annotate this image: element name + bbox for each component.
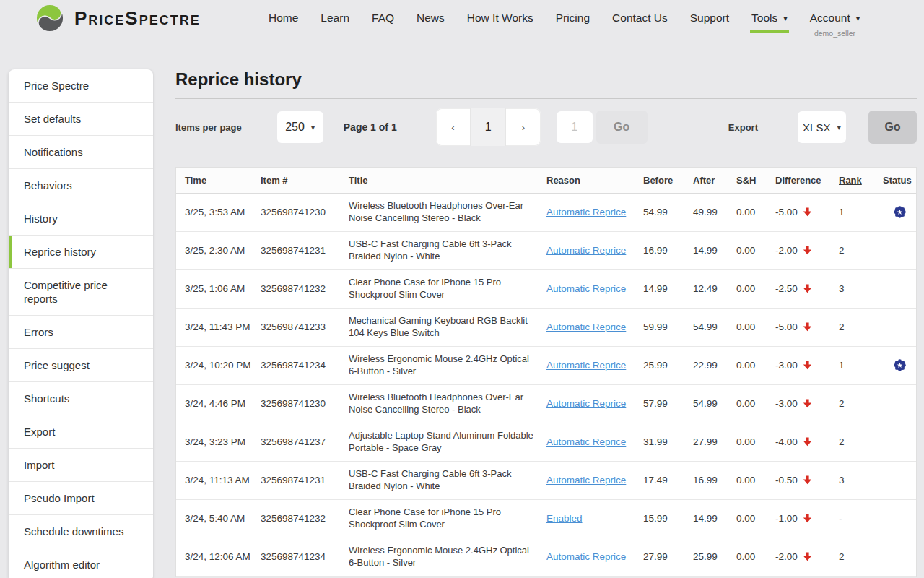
- reason-link[interactable]: Automatic Reprice: [546, 207, 626, 217]
- column-header-title: Title: [349, 168, 546, 193]
- main-content: Reprice history Items per page 250 ▾ Pag…: [175, 49, 917, 577]
- title-divider: [175, 98, 917, 99]
- column-header-status: Status: [883, 168, 916, 193]
- chevron-down-icon: ▾: [837, 123, 841, 132]
- nav-item-account[interactable]: Account▾: [810, 10, 860, 30]
- reason-link[interactable]: Automatic Reprice: [546, 475, 626, 486]
- sidebar-item-competitive-price-reports[interactable]: Competitive price reports: [9, 269, 153, 316]
- cell-title: Clear Phone Case for iPhone 15 Pro Shock…: [349, 269, 546, 308]
- cell-difference: -4.00: [775, 423, 839, 461]
- sidebar-item-import[interactable]: Import: [9, 449, 153, 482]
- nav-item-label: Account: [810, 12, 850, 25]
- current-page-indicator[interactable]: 1: [470, 108, 506, 146]
- table-header-row: TimeItem #TitleReasonBeforeAfterS&HDiffe…: [176, 168, 916, 193]
- sidebar-item-label: Algorithm editor: [24, 558, 100, 571]
- table-row: 3/24, 4:46 PM325698741230Wireless Blueto…: [176, 384, 916, 423]
- reason-link[interactable]: Automatic Reprice: [546, 551, 626, 562]
- go-to-page-button[interactable]: Go: [596, 111, 648, 144]
- sidebar-item-label: Import: [24, 459, 55, 471]
- export-format-select[interactable]: XLSX ▾: [798, 111, 846, 143]
- cell-rank: 2: [839, 231, 883, 269]
- nav-item-label: Support: [690, 12, 729, 25]
- export-format-value: XLSX: [803, 121, 830, 134]
- nav-item-label: Learn: [321, 12, 349, 25]
- sidebar-item-notifications[interactable]: Notifications: [9, 136, 153, 169]
- cell-status: [883, 423, 916, 461]
- sidebar-item-price-suggest[interactable]: Price suggest: [9, 349, 153, 382]
- nav-item-home[interactable]: Home: [269, 10, 298, 30]
- sidebar-item-behaviors[interactable]: Behaviors: [9, 169, 153, 202]
- reason-link[interactable]: Automatic Reprice: [546, 283, 626, 294]
- cell-before-price: 59.99: [643, 308, 693, 346]
- nav-item-how-it-works[interactable]: How It Works: [467, 10, 533, 30]
- sidebar-item-pseudo-import[interactable]: Pseudo Import: [9, 482, 153, 515]
- price-drop-arrow-icon: [803, 437, 812, 447]
- cell-shipping: 0.00: [736, 384, 775, 423]
- difference-value: -0.50: [775, 475, 798, 486]
- next-page-button[interactable]: ›: [506, 108, 541, 146]
- sidebar-item-label: Schedule downtimes: [24, 525, 123, 538]
- column-header-s-h: S&H: [736, 168, 775, 193]
- sidebar-item-algorithm-editor[interactable]: Algorithm editor: [9, 548, 153, 578]
- top-bar: PriceSpectre HomeLearnFAQNewsHow It Work…: [0, 0, 924, 49]
- nav-item-news[interactable]: News: [417, 10, 445, 30]
- sidebar-item-export[interactable]: Export: [9, 415, 153, 449]
- cell-item-number: 325698741230: [261, 384, 349, 423]
- buybox-badge-icon: [883, 359, 916, 371]
- sidebar-item-history[interactable]: History: [9, 202, 153, 236]
- cell-title: Wireless Ergonomic Mouse 2.4GHz Optical …: [349, 538, 546, 576]
- sidebar-item-label: Reprice history: [24, 246, 96, 258]
- cell-after-price: 25.99: [693, 538, 736, 576]
- column-header-label: Item #: [261, 175, 288, 186]
- cell-difference: -2.00: [775, 231, 839, 269]
- price-drop-arrow-icon: [803, 246, 812, 255]
- chevron-down-icon: ▾: [311, 123, 315, 132]
- cell-item-number: 325698741233: [261, 308, 349, 346]
- cell-reason: Automatic Reprice: [546, 346, 643, 384]
- items-per-page-select[interactable]: 250 ▾: [277, 111, 323, 143]
- table-row: 3/24, 3:23 PM325698741237Adjustable Lapt…: [176, 423, 916, 461]
- cell-item-number: 325698741231: [261, 231, 349, 269]
- cell-shipping: 0.00: [736, 499, 775, 538]
- nav-item-pricing[interactable]: Pricing: [556, 10, 590, 30]
- page-number-input[interactable]: [557, 111, 593, 143]
- price-drop-arrow-icon: [803, 475, 812, 485]
- brand-logo[interactable]: PriceSpectre: [35, 3, 201, 33]
- chevron-down-icon: ▾: [856, 14, 860, 23]
- nav-item-contact-us[interactable]: Contact Us: [612, 10, 668, 30]
- table-row: 3/24, 11:43 PM325698741233Mechanical Gam…: [176, 308, 916, 346]
- cell-difference: -5.00: [775, 193, 839, 231]
- cell-reason: Automatic Reprice: [546, 193, 643, 231]
- sidebar-item-schedule-downtimes[interactable]: Schedule downtimes: [9, 515, 153, 548]
- reason-link[interactable]: Automatic Reprice: [546, 360, 626, 371]
- table-row: 3/24, 11:13 AM325698741231USB-C Fast Cha…: [176, 461, 916, 499]
- nav-item-learn[interactable]: Learn: [321, 10, 349, 30]
- sidebar-item-reprice-history[interactable]: Reprice history: [9, 236, 153, 269]
- column-header-label: Status: [883, 175, 912, 186]
- reason-link[interactable]: Automatic Reprice: [546, 436, 626, 447]
- cell-title: Clear Phone Case for iPhone 15 Pro Shock…: [349, 499, 546, 538]
- nav-item-support[interactable]: Support: [690, 10, 729, 30]
- table-row: 3/24, 10:20 PM325698741234Wireless Ergon…: [176, 346, 916, 384]
- reason-link[interactable]: Automatic Reprice: [546, 322, 626, 332]
- price-drop-arrow-icon: [803, 552, 812, 561]
- sidebar-item-shortcuts[interactable]: Shortcuts: [9, 382, 153, 415]
- nav-item-tools[interactable]: Tools▾: [751, 10, 788, 30]
- sidebar-item-set-defaults[interactable]: Set defaults: [9, 103, 153, 136]
- cell-reason: Automatic Reprice: [546, 308, 643, 346]
- sidebar-item-errors[interactable]: Errors: [9, 316, 153, 349]
- prev-page-button[interactable]: ‹: [436, 108, 471, 146]
- nav-item-faq[interactable]: FAQ: [372, 10, 394, 30]
- cell-reason: Automatic Reprice: [546, 423, 643, 461]
- reason-link[interactable]: Enabled: [546, 513, 583, 524]
- export-go-button[interactable]: Go: [868, 111, 917, 144]
- reason-link[interactable]: Automatic Reprice: [546, 245, 626, 256]
- price-drop-arrow-icon: [803, 207, 812, 217]
- column-header-label: S&H: [736, 175, 756, 186]
- reason-link[interactable]: Automatic Reprice: [546, 398, 626, 409]
- column-header-time: Time: [176, 168, 261, 193]
- table-row: 3/24, 5:40 AM325698741232Clear Phone Cas…: [176, 499, 916, 538]
- active-nav-underline: [750, 30, 789, 33]
- sidebar-item-price-spectre[interactable]: Price Spectre: [9, 69, 153, 103]
- cell-shipping: 0.00: [736, 346, 775, 384]
